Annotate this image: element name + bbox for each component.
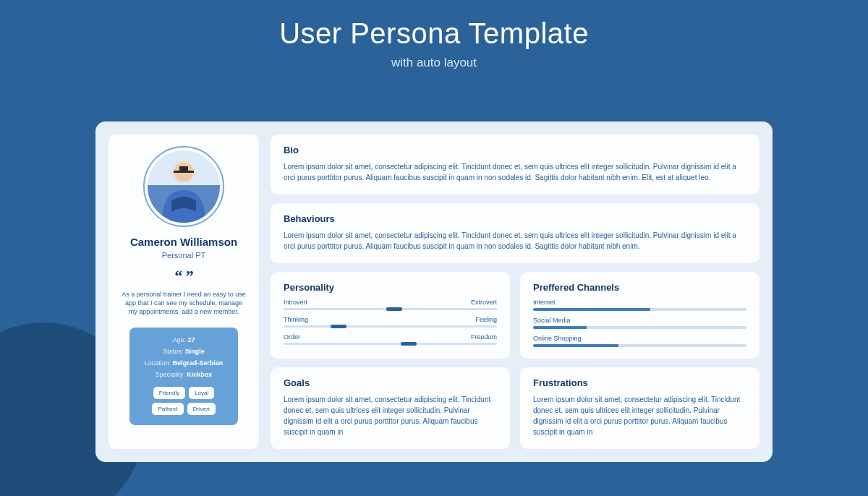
persona-sheet: Cameron Williamson Personal PT ‘‘ ’’ As … (95, 121, 773, 462)
trait-right-label: Feeling (475, 316, 497, 323)
card-body: Lorem ipsum dolor sit amet, consectetur … (533, 394, 746, 437)
personality-card: Personality Introvert Extrovert Thinking… (271, 272, 510, 359)
trait-left-label: Thinking (284, 316, 308, 323)
chip: Loyal (189, 387, 214, 399)
info-value: Single (185, 348, 205, 355)
behaviours-card: Behaviours Lorem ipsum dolor sit amet, c… (271, 203, 760, 263)
trait-bar (284, 308, 497, 310)
card-body: Lorem ipsum dolor sit amet, consectetur … (284, 161, 746, 183)
channel-label: Social Media (533, 317, 746, 324)
info-value: 27 (188, 336, 195, 343)
trait-thumb (331, 325, 346, 328)
frustrations-card: Frustrations Lorem ipsum dolor sit amet,… (520, 367, 760, 449)
trait-bar (284, 343, 497, 345)
trait-right-label: Extrovert (471, 299, 497, 306)
info-label: Location: (145, 359, 171, 367)
persona-name: Cameron Williamson (130, 236, 237, 248)
quote-icon: ‘‘ ’’ (174, 267, 194, 286)
trait-right-label: Freedom (471, 333, 497, 341)
goals-card: Goals Lorem ipsum dolor sit amet, consec… (271, 367, 510, 449)
card-title: Goals (284, 377, 497, 388)
persona-quote: As a personal trainer I need an easy to … (119, 290, 249, 316)
chip: Driven (187, 403, 216, 415)
chip: Patiend (152, 403, 183, 415)
card-title: Frustrations (533, 377, 746, 388)
trait-bar (284, 325, 497, 328)
channel-bar (533, 326, 746, 329)
trait-chips: Friendly Loyal Patiend Driven (137, 387, 231, 415)
info-value: Belgrad-Serbian (173, 359, 224, 367)
page-title: User Persona Template (0, 17, 868, 50)
svg-rect-1 (179, 166, 188, 171)
channel-fill (533, 308, 650, 311)
bio-card: Bio Lorem ipsum dolor sit amet, consecte… (271, 134, 760, 194)
card-title: Personality (284, 282, 497, 293)
chip: Friendly (153, 387, 185, 399)
trait-thumb (386, 307, 402, 311)
trait-left-label: Order (284, 333, 300, 341)
info-status: Status: Single (163, 348, 205, 355)
card-title: Bio (284, 145, 746, 155)
trait-thumb (401, 342, 417, 346)
trait-left-label: Introvert (284, 299, 307, 306)
persona-details: Bio Lorem ipsum dolor sit amet, consecte… (271, 134, 760, 449)
persona-role: Personal PT (162, 251, 206, 260)
info-label: Speciality: (156, 371, 185, 378)
card-title: Preffered Channels (533, 282, 746, 293)
channel-bar (533, 344, 746, 347)
trait-row: Thinking Feeling (284, 316, 497, 323)
info-value: Kickbox (187, 371, 212, 378)
card-title: Behaviours (284, 213, 746, 224)
channel-label: Internet (533, 299, 746, 306)
channel-fill (533, 326, 587, 329)
page-subtitle: with auto layout (0, 56, 868, 70)
trait-row: Order Freedom (284, 333, 497, 341)
svg-rect-2 (174, 171, 194, 173)
avatar-ring (143, 146, 224, 227)
info-age: Age: 27 (172, 336, 195, 343)
trait-row: Introvert Extrovert (284, 299, 497, 306)
card-body: Lorem ipsum dolor sit amet, consectetur … (284, 394, 497, 437)
info-label: Age: (172, 336, 186, 343)
channel-label: Online Shopping (533, 335, 746, 342)
channels-card: Preffered Channels Internet Social Media… (520, 272, 760, 359)
persona-profile-card: Cameron Williamson Personal PT ‘‘ ’’ As … (109, 134, 259, 449)
channel-fill (533, 344, 618, 347)
info-speciality: Speciality: Kickbox (156, 371, 213, 378)
info-label: Status: (163, 348, 183, 355)
channel-bar (533, 308, 746, 311)
card-body: Lorem ipsum dolor sit amet, consectetur … (284, 230, 746, 252)
persona-info-box: Age: 27 Status: Single Location: Belgrad… (129, 328, 238, 425)
info-location: Location: Belgrad-Serbian (145, 359, 224, 367)
avatar-image (148, 150, 220, 223)
